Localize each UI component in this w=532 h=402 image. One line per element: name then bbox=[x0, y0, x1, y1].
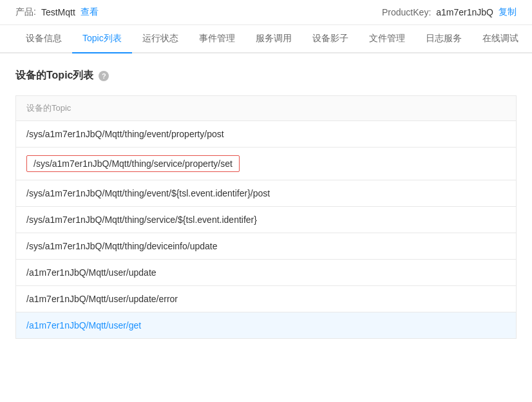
product-key-value: a1m7er1nJbQ bbox=[436, 7, 493, 17]
top-bar: 产品: TestMqtt 查看 ProductKey: a1m7er1nJbQ … bbox=[0, 0, 532, 25]
top-bar-left: 产品: TestMqtt 查看 bbox=[15, 6, 99, 18]
topic-text: /sys/a1m7er1nJbQ/Mqtt/thing/event/${tsl.… bbox=[26, 188, 270, 198]
tab-log-service[interactable]: 日志服务 bbox=[415, 25, 472, 53]
table-row[interactable]: /a1m7er1nJbQ/Mqtt/user/update bbox=[16, 260, 517, 286]
topic-text: /a1m7er1nJbQ/Mqtt/user/get bbox=[26, 320, 141, 330]
table-row[interactable]: /sys/a1m7er1nJbQ/Mqtt/thing/service/prop… bbox=[16, 148, 517, 180]
tab-event-mgmt[interactable]: 事件管理 bbox=[189, 25, 245, 53]
topic-text: /sys/a1m7er1nJbQ/Mqtt/thing/service/${ts… bbox=[26, 215, 257, 225]
tab-topic-list[interactable]: Topic列表 bbox=[72, 25, 132, 53]
table-row[interactable]: /sys/a1m7er1nJbQ/Mqtt/thing/event/${tsl.… bbox=[16, 180, 517, 207]
tab-device-shadow[interactable]: 设备影子 bbox=[302, 25, 359, 53]
nav-tabs: 设备信息Topic列表运行状态事件管理服务调用设备影子文件管理日志服务在线调试 bbox=[0, 25, 532, 53]
product-name: TestMqtt bbox=[41, 7, 75, 17]
topic-text: /a1m7er1nJbQ/Mqtt/user/update/error bbox=[26, 294, 178, 304]
view-link[interactable]: 查看 bbox=[81, 6, 99, 18]
product-key-label: ProductKey: bbox=[382, 7, 431, 17]
topic-text: /sys/a1m7er1nJbQ/Mqtt/thing/event/proper… bbox=[26, 129, 224, 139]
column-header: 设备的Topic bbox=[16, 96, 517, 121]
table-row[interactable]: /a1m7er1nJbQ/Mqtt/user/get bbox=[16, 312, 517, 339]
topic-text: /a1m7er1nJbQ/Mqtt/user/update bbox=[26, 267, 157, 278]
copy-button[interactable]: 复制 bbox=[499, 6, 517, 18]
tab-service-call[interactable]: 服务调用 bbox=[245, 25, 302, 53]
section-title-row: 设备的Topic列表 ? bbox=[15, 69, 517, 82]
topic-text: /sys/a1m7er1nJbQ/Mqtt/thing/service/prop… bbox=[26, 155, 240, 172]
section-title-text: 设备的Topic列表 bbox=[15, 69, 93, 82]
tab-file-mgmt[interactable]: 文件管理 bbox=[359, 25, 415, 53]
tab-device-info[interactable]: 设备信息 bbox=[15, 25, 72, 53]
topic-table: 设备的Topic /sys/a1m7er1nJbQ/Mqtt/thing/eve… bbox=[15, 95, 517, 339]
table-row[interactable]: /a1m7er1nJbQ/Mqtt/user/update/error bbox=[16, 286, 517, 312]
table-row[interactable]: /sys/a1m7er1nJbQ/Mqtt/thing/service/${ts… bbox=[16, 207, 517, 233]
main-content: 设备的Topic列表 ? 设备的Topic /sys/a1m7er1nJbQ/M… bbox=[0, 53, 532, 354]
tab-runtime-status[interactable]: 运行状态 bbox=[132, 25, 189, 53]
product-label: 产品: bbox=[15, 6, 36, 18]
tab-online-debug[interactable]: 在线调试 bbox=[472, 25, 529, 53]
topic-text: /sys/a1m7er1nJbQ/Mqtt/thing/deviceinfo/u… bbox=[26, 241, 218, 251]
table-row[interactable]: /sys/a1m7er1nJbQ/Mqtt/thing/event/proper… bbox=[16, 121, 517, 148]
top-bar-right: ProductKey: a1m7er1nJbQ 复制 bbox=[382, 6, 517, 18]
table-row[interactable]: /sys/a1m7er1nJbQ/Mqtt/thing/deviceinfo/u… bbox=[16, 233, 517, 260]
help-icon[interactable]: ? bbox=[99, 71, 109, 81]
